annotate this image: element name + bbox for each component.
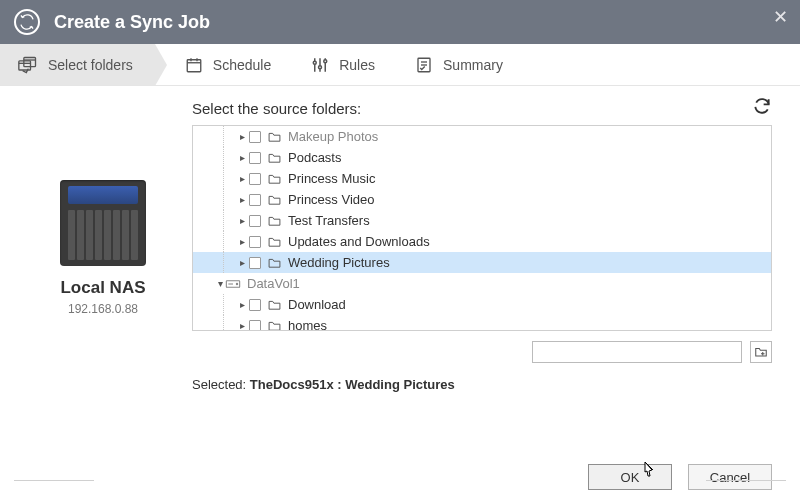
expander-icon[interactable]: ▸ xyxy=(237,257,247,268)
chrome-edge xyxy=(14,480,94,504)
checkbox[interactable] xyxy=(249,194,261,206)
selected-path: TheDocs951x : Wedding Pictures xyxy=(250,377,455,392)
tree-folder[interactable]: ▸Podcasts xyxy=(193,147,771,168)
selected-label: Selected: xyxy=(192,377,246,392)
folder-icon xyxy=(267,320,282,332)
folder-picker: Select the source folders: ▸Makeup Photo… xyxy=(192,100,772,392)
tree-folder[interactable]: ▸Updates and Downloads xyxy=(193,231,771,252)
summary-icon xyxy=(415,56,433,74)
checkbox[interactable] xyxy=(249,257,261,269)
tree-item-label: DataVol1 xyxy=(247,276,300,291)
tree-item-label: Test Transfers xyxy=(288,213,370,228)
tree-folder[interactable]: ▸homes xyxy=(193,315,771,331)
expander-icon[interactable]: ▸ xyxy=(237,320,247,331)
svg-point-16 xyxy=(236,283,237,284)
svg-rect-0 xyxy=(19,60,31,69)
dialog-body: Local NAS 192.168.0.88 Select the source… xyxy=(0,86,800,504)
folder-icon xyxy=(267,215,282,227)
folders-icon xyxy=(18,56,38,74)
wizard-steps: Select folders Schedule Rules xyxy=(0,44,800,86)
chrome-edge xyxy=(706,480,786,504)
folder-tree[interactable]: ▸Makeup Photos▸Podcasts▸Princess Music▸P… xyxy=(192,125,772,331)
checkbox[interactable] xyxy=(249,131,261,143)
selected-summary: Selected: TheDocs951x : Wedding Pictures xyxy=(192,377,772,392)
step-label: Select folders xyxy=(48,57,133,73)
path-row xyxy=(192,341,772,363)
tree-item-label: Podcasts xyxy=(288,150,341,165)
folder-icon xyxy=(267,236,282,248)
nas-device-icon xyxy=(60,180,146,266)
tree-item-label: homes xyxy=(288,318,327,331)
step-label: Summary xyxy=(443,57,503,73)
path-input[interactable] xyxy=(532,341,742,363)
folder-icon xyxy=(267,257,282,269)
step-label: Rules xyxy=(339,57,375,73)
close-button[interactable]: ✕ xyxy=(773,6,788,28)
checkbox[interactable] xyxy=(249,215,261,227)
tree-item-label: Updates and Downloads xyxy=(288,234,430,249)
step-select-folders[interactable]: Select folders xyxy=(0,44,155,85)
checkbox[interactable] xyxy=(249,173,261,185)
expander-icon[interactable]: ▸ xyxy=(237,173,247,184)
sync-logo-icon xyxy=(14,9,40,35)
svg-point-9 xyxy=(319,65,322,68)
svg-rect-1 xyxy=(24,57,36,66)
checkbox[interactable] xyxy=(249,320,261,332)
tree-item-label: Download xyxy=(288,297,346,312)
step-label: Schedule xyxy=(213,57,271,73)
step-rules[interactable]: Rules xyxy=(293,44,397,85)
calendar-icon xyxy=(185,56,203,74)
titlebar: Create a Sync Job ✕ xyxy=(0,0,800,44)
tree-folder[interactable]: ▸Princess Music xyxy=(193,168,771,189)
tree-item-label: Wedding Pictures xyxy=(288,255,390,270)
drive-icon xyxy=(225,278,241,290)
tree-folder[interactable]: ▸Princess Video xyxy=(193,189,771,210)
expander-icon[interactable]: ▸ xyxy=(237,215,247,226)
dialog-title: Create a Sync Job xyxy=(54,12,210,33)
tree-item-label: Princess Video xyxy=(288,192,374,207)
checkbox[interactable] xyxy=(249,236,261,248)
tree-item-label: Princess Music xyxy=(288,171,375,186)
tree-folder[interactable]: ▸Test Transfers xyxy=(193,210,771,231)
source-name: Local NAS xyxy=(28,278,178,298)
step-schedule[interactable]: Schedule xyxy=(155,44,293,85)
sliders-icon xyxy=(311,56,329,74)
step-summary[interactable]: Summary xyxy=(397,44,525,85)
tree-folder[interactable]: ▸Download xyxy=(193,294,771,315)
svg-rect-2 xyxy=(187,59,201,71)
source-ip: 192.168.0.88 xyxy=(28,302,178,316)
folder-icon xyxy=(267,152,282,164)
folder-icon xyxy=(267,173,282,185)
expander-icon[interactable]: ▸ xyxy=(237,236,247,247)
refresh-button[interactable] xyxy=(752,96,772,116)
svg-point-11 xyxy=(324,59,327,62)
source-panel: Local NAS 192.168.0.88 xyxy=(28,100,178,392)
expander-icon[interactable]: ▾ xyxy=(215,278,225,289)
svg-point-7 xyxy=(313,61,316,64)
checkbox[interactable] xyxy=(249,152,261,164)
folder-icon xyxy=(267,131,282,143)
tree-folder[interactable]: ▸Wedding Pictures xyxy=(193,252,771,273)
sync-job-dialog: Create a Sync Job ✕ Select folders Sched… xyxy=(0,0,800,504)
tree-item-label: Makeup Photos xyxy=(288,129,378,144)
section-label: Select the source folders: xyxy=(192,100,361,117)
expander-icon[interactable]: ▸ xyxy=(237,194,247,205)
ok-button[interactable]: OK xyxy=(588,464,672,490)
new-folder-button[interactable] xyxy=(750,341,772,363)
checkbox[interactable] xyxy=(249,299,261,311)
expander-icon[interactable]: ▸ xyxy=(237,152,247,163)
tree-folder[interactable]: ▸Makeup Photos xyxy=(193,126,771,147)
expander-icon[interactable]: ▸ xyxy=(237,299,247,310)
folder-icon xyxy=(267,194,282,206)
folder-icon xyxy=(267,299,282,311)
tree-volume[interactable]: ▾DataVol1 xyxy=(193,273,771,294)
expander-icon[interactable]: ▸ xyxy=(237,131,247,142)
